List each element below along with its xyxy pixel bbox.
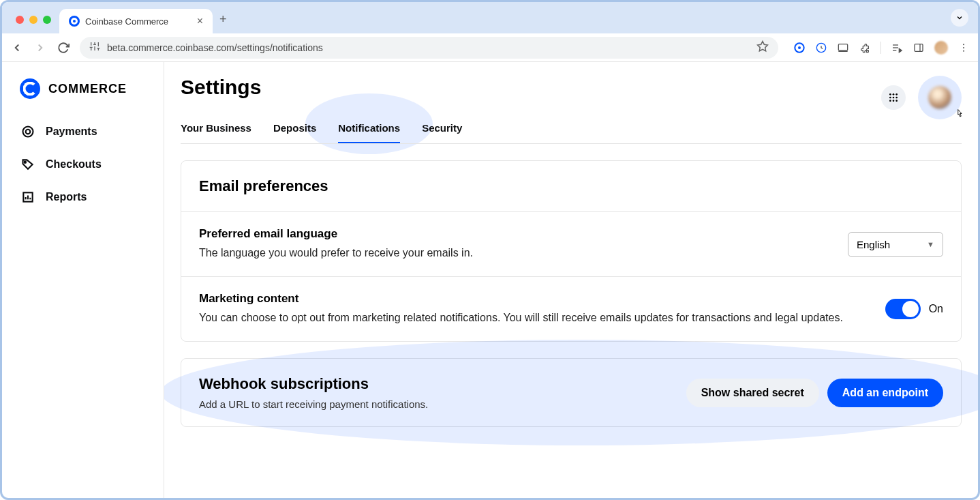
tab-notifications[interactable]: Notifications (338, 114, 400, 143)
apps-grid-icon[interactable] (881, 85, 906, 110)
tab-deposits[interactable]: Deposits (273, 114, 316, 143)
marketing-toggle-wrap: On (885, 299, 943, 319)
payments-icon (21, 125, 35, 138)
close-tab-icon[interactable]: × (197, 15, 203, 27)
svg-marker-18 (899, 48, 902, 52)
maximize-window[interactable] (43, 16, 51, 24)
svg-point-38 (893, 100, 895, 102)
svg-point-34 (889, 97, 891, 99)
svg-point-11 (798, 46, 801, 49)
user-avatar[interactable] (918, 76, 962, 119)
row-description: The language you would prefer to receive… (199, 245, 827, 261)
svg-point-22 (963, 47, 964, 48)
chevron-down-icon: ▼ (927, 240, 934, 248)
webhook-actions: Show shared secret Add an endpoint (686, 379, 943, 407)
coinbase-extension-icon[interactable] (793, 42, 806, 54)
extension-icon[interactable] (815, 42, 827, 54)
sidebar-item-checkouts[interactable]: Checkouts (2, 148, 164, 181)
address-bar[interactable]: beta.commerce.coinbase.com/settings/noti… (80, 37, 778, 59)
sidebar-item-label: Reports (46, 191, 87, 203)
card-title: Email preferences (199, 177, 943, 195)
browser-tab[interactable]: Coinbase Commerce × (59, 9, 213, 33)
svg-rect-19 (915, 44, 923, 51)
extensions-puzzle-icon[interactable] (859, 42, 871, 54)
sidebar-item-label: Checkouts (46, 158, 102, 171)
cursor-pointer-icon (953, 108, 966, 123)
show-shared-secret-button[interactable]: Show shared secret (686, 379, 819, 407)
tab-title: Coinbase Commerce (85, 16, 168, 27)
header-actions (881, 76, 962, 119)
extension-icons (788, 41, 970, 55)
svg-point-23 (963, 50, 964, 51)
url-text: beta.commerce.coinbase.com/settings/noti… (107, 42, 323, 53)
card-subtitle: Add a URL to start receiving payment not… (199, 398, 428, 410)
language-row: Preferred email language The language yo… (181, 211, 961, 276)
logo-text: COMMERCE (48, 82, 127, 96)
browser-toolbar: beta.commerce.coinbase.com/settings/noti… (2, 33, 978, 62)
avatar-image (928, 86, 951, 109)
svg-point-25 (26, 130, 31, 134)
tag-icon (21, 158, 35, 171)
toggle-knob (902, 301, 919, 317)
reports-icon (21, 190, 35, 204)
svg-point-24 (23, 127, 33, 137)
svg-point-26 (25, 161, 27, 163)
profile-avatar-icon[interactable] (934, 41, 948, 55)
toggle-state-label: On (929, 303, 943, 315)
svg-point-21 (963, 44, 964, 45)
sidebar-item-label: Payments (46, 126, 97, 138)
svg-rect-13 (838, 44, 847, 50)
email-preferences-card: Email preferences Preferred email langua… (181, 160, 962, 342)
sidebar-item-payments[interactable]: Payments (2, 115, 164, 148)
language-select[interactable]: English ▼ (848, 232, 943, 257)
sidebar: COMMERCE Payments Checkouts Reports (2, 62, 164, 498)
main-content: Settings Your Business Deposits Notifica… (164, 62, 978, 498)
more-menu-icon[interactable] (958, 42, 970, 54)
select-value: English (857, 239, 890, 250)
row-title: Preferred email language (199, 227, 827, 241)
card-title: Webhook subscriptions (199, 375, 428, 393)
tabs-dropdown-icon[interactable] (951, 9, 968, 27)
settings-tabs: Your Business Deposits Notifications Sec… (181, 114, 962, 144)
add-endpoint-button[interactable]: Add an endpoint (827, 379, 943, 407)
svg-point-35 (893, 97, 895, 99)
svg-point-31 (889, 93, 891, 95)
media-icon[interactable] (891, 42, 903, 54)
row-title: Marketing content (199, 292, 865, 306)
reload-button[interactable] (57, 41, 70, 55)
sidepanel-icon[interactable] (913, 42, 925, 54)
coinbase-logo-icon (20, 78, 40, 99)
marketing-row: Marketing content You can choose to opt … (181, 276, 961, 341)
tab-your-business[interactable]: Your Business (181, 114, 251, 143)
app-container: COMMERCE Payments Checkouts Reports (2, 62, 978, 498)
browser-tab-strip: Coinbase Commerce × + (2, 2, 978, 33)
new-tab-button[interactable]: + (213, 12, 234, 33)
divider (881, 42, 881, 54)
forward-button[interactable] (33, 41, 47, 55)
close-window[interactable] (16, 16, 24, 24)
logo[interactable]: COMMERCE (2, 78, 164, 115)
screen-icon[interactable] (837, 42, 849, 54)
bookmark-icon[interactable] (756, 40, 769, 55)
row-description: You can choose to opt out from marketing… (199, 310, 865, 326)
coinbase-favicon-icon (69, 16, 80, 27)
svg-point-39 (895, 100, 898, 102)
window-controls (7, 16, 59, 33)
page-title: Settings (181, 76, 962, 99)
svg-point-33 (895, 93, 898, 95)
tab-security[interactable]: Security (422, 114, 462, 143)
webhook-card: Webhook subscriptions Add a URL to start… (181, 358, 962, 427)
svg-marker-9 (758, 42, 768, 51)
svg-point-37 (889, 100, 891, 102)
back-button[interactable] (10, 41, 24, 55)
marketing-toggle[interactable] (885, 299, 921, 319)
site-settings-icon[interactable] (89, 41, 100, 54)
minimize-window[interactable] (29, 16, 37, 24)
svg-point-36 (895, 97, 898, 99)
sidebar-item-reports[interactable]: Reports (2, 181, 164, 214)
svg-point-32 (893, 93, 895, 95)
